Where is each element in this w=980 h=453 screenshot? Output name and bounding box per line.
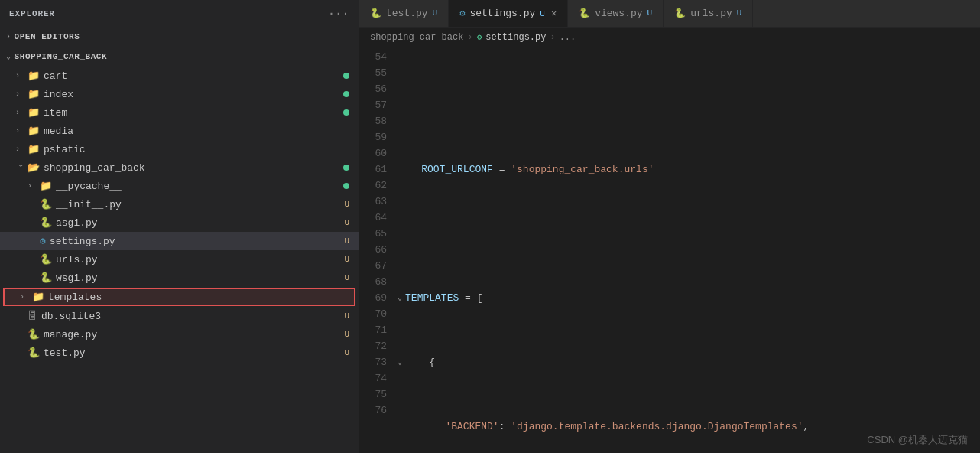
more-icon[interactable]: ··· bbox=[328, 8, 349, 20]
sidebar-item-manage[interactable]: › 🐍 manage.py U bbox=[0, 325, 359, 344]
tab-label: urls.py bbox=[690, 8, 732, 19]
line-numbers: 54 55 56 57 58 59 60 61 62 63 64 65 66 6… bbox=[359, 47, 398, 453]
breadcrumb-project: shopping_car_back bbox=[370, 32, 463, 43]
breadcrumb-file: settings.py bbox=[485, 32, 546, 43]
folder-chevron-icon: › bbox=[15, 109, 24, 117]
tab-badge: U bbox=[647, 8, 653, 18]
code-line-59: 'BACKEND': 'django.template.backends.dja… bbox=[398, 419, 980, 435]
code-line-54 bbox=[398, 97, 980, 113]
sidebar-item-label: pstatic bbox=[44, 144, 86, 155]
sidebar-item-label: shopping_car_back bbox=[44, 162, 145, 174]
sidebar-item-shopping-car-back[interactable]: › 📂 shopping_car_back bbox=[0, 158, 359, 177]
project-label: SHOPPING_CAR_BACK bbox=[15, 52, 108, 61]
tab-urls[interactable]: 🐍 urls.py U bbox=[664, 0, 753, 27]
tab-label: test.py bbox=[386, 8, 428, 19]
sidebar-item-db[interactable]: › 🗄 db.sqlite3 U bbox=[0, 307, 359, 325]
tabs-bar: 🐍 test.py U ⚙ settings.py U ✕ 🐍 views.py… bbox=[359, 0, 980, 28]
breadcrumb-file-icon: ⚙ bbox=[477, 32, 482, 42]
sidebar-item-item[interactable]: › 📁 item bbox=[0, 103, 359, 122]
sidebar-item-label: settings.py bbox=[50, 236, 115, 247]
sidebar-item-templates[interactable]: › 📁 templates bbox=[3, 288, 355, 306]
folder-chevron-icon: › bbox=[28, 182, 37, 191]
file-badge: U bbox=[344, 348, 349, 357]
sidebar-item-label: manage.py bbox=[44, 329, 97, 341]
sidebar-item-label: wsgi.py bbox=[56, 272, 98, 284]
folder-icon: 📁 bbox=[28, 88, 40, 100]
chevron-right-icon: › bbox=[6, 33, 11, 41]
tab-settings[interactable]: ⚙ settings.py U ✕ bbox=[449, 0, 568, 27]
sidebar-item-test[interactable]: › 🐍 test.py U bbox=[0, 344, 359, 362]
tab-test[interactable]: 🐍 test.py U bbox=[359, 0, 449, 27]
open-editors-label: OPEN EDITORS bbox=[15, 32, 80, 41]
editor-area: 🐍 test.py U ⚙ settings.py U ✕ 🐍 views.py… bbox=[359, 0, 980, 453]
chevron-down-icon: ⌄ bbox=[6, 52, 11, 61]
fold-arrow-icon[interactable]: ⌄ bbox=[398, 290, 402, 306]
sidebar-item-pstatic[interactable]: › 📁 pstatic bbox=[0, 140, 359, 158]
status-dot bbox=[343, 73, 349, 79]
status-dot bbox=[343, 165, 349, 171]
folder-chevron-icon: › bbox=[15, 145, 24, 154]
explorer-title: EXPLORER bbox=[9, 9, 55, 18]
close-tab-icon[interactable]: ✕ bbox=[551, 8, 557, 19]
folder-icon: 📁 bbox=[28, 70, 40, 82]
python-icon: 🐍 bbox=[40, 198, 52, 210]
breadcrumb-sep2: › bbox=[550, 32, 555, 43]
tab-badge: U bbox=[433, 8, 438, 18]
sidebar-item-label: media bbox=[44, 125, 73, 137]
folder-open-icon: 📂 bbox=[28, 161, 40, 174]
sidebar-item-wsgi[interactable]: › 🐍 wsgi.py U bbox=[0, 269, 359, 287]
tab-label: settings.py bbox=[469, 8, 535, 19]
sidebar-item-media[interactable]: › 📁 media bbox=[0, 122, 359, 140]
tab-icon: 🐍 bbox=[579, 8, 590, 19]
sidebar-item-settings[interactable]: › ⚙ settings.py U bbox=[0, 232, 359, 250]
sidebar-item-label: urls.py bbox=[56, 254, 98, 266]
sidebar-item-label: item bbox=[44, 107, 67, 119]
folder-chevron-icon: › bbox=[20, 293, 29, 301]
file-badge: U bbox=[344, 330, 349, 339]
breadcrumb-symbol: ... bbox=[560, 32, 576, 43]
sidebar-item-init[interactable]: › 🐍 __init__.py U bbox=[0, 195, 359, 213]
watermark: CSDN @机器人迈克猫 bbox=[867, 433, 968, 447]
file-badge: U bbox=[344, 200, 349, 209]
folder-icon: 📁 bbox=[28, 106, 40, 119]
sidebar-item-asgi[interactable]: › 🐍 asgi.py U bbox=[0, 213, 359, 232]
folder-icon: 📁 bbox=[28, 125, 40, 137]
tab-icon: 🐍 bbox=[674, 8, 686, 19]
sidebar-header: EXPLORER ··· bbox=[0, 0, 359, 27]
sidebar-item-label: test.py bbox=[44, 347, 86, 359]
sidebar-item-label: asgi.py bbox=[56, 217, 98, 229]
file-badge: U bbox=[344, 236, 349, 246]
folder-icon: 📁 bbox=[28, 143, 40, 155]
code-lines: ROOT_URLCONF = 'shopping_car_back.urls' … bbox=[398, 47, 980, 453]
sidebar-content: › OPEN EDITORS ⌄ SHOPPING_CAR_BACK › 📁 c… bbox=[0, 27, 359, 453]
code-container: 54 55 56 57 58 59 60 61 62 63 64 65 66 6… bbox=[359, 47, 980, 453]
status-dot bbox=[343, 109, 349, 116]
tab-views[interactable]: 🐍 views.py U bbox=[568, 0, 664, 27]
code-line-58: ⌄ { bbox=[398, 354, 980, 370]
code-line-55: ROOT_URLCONF = 'shopping_car_back.urls' bbox=[398, 161, 980, 178]
fold-arrow-icon[interactable]: ⌄ bbox=[398, 354, 402, 370]
file-badge: U bbox=[344, 273, 349, 282]
folder-icon: 📁 bbox=[32, 291, 44, 303]
file-badge: U bbox=[344, 218, 349, 227]
status-dot bbox=[343, 91, 349, 97]
section-project[interactable]: ⌄ SHOPPING_CAR_BACK bbox=[0, 47, 359, 67]
sidebar-item-urls[interactable]: › 🐍 urls.py U bbox=[0, 250, 359, 269]
python-icon: 🐍 bbox=[28, 347, 40, 359]
sidebar-item-cart[interactable]: › 📁 cart bbox=[0, 67, 359, 85]
sidebar-item-label: db.sqlite3 bbox=[41, 311, 101, 322]
section-open-editors[interactable]: › OPEN EDITORS bbox=[0, 27, 359, 47]
python-icon: 🐍 bbox=[40, 253, 52, 266]
settings-python-icon: ⚙ bbox=[40, 235, 46, 247]
sidebar-item-index[interactable]: › 📁 index bbox=[0, 85, 359, 103]
tab-label: views.py bbox=[595, 8, 642, 19]
sidebar-item-label: index bbox=[44, 89, 73, 100]
tab-icon: ⚙ bbox=[459, 8, 465, 19]
sidebar-item-label: cart bbox=[44, 70, 67, 82]
sidebar-item-pycache[interactable]: › 📁 __pycache__ bbox=[0, 177, 359, 195]
tab-icon: 🐍 bbox=[370, 8, 381, 19]
python-icon: 🐍 bbox=[40, 272, 52, 284]
status-dot bbox=[343, 183, 349, 189]
python-icon: 🐍 bbox=[28, 328, 40, 341]
db-icon: 🗄 bbox=[28, 311, 37, 322]
